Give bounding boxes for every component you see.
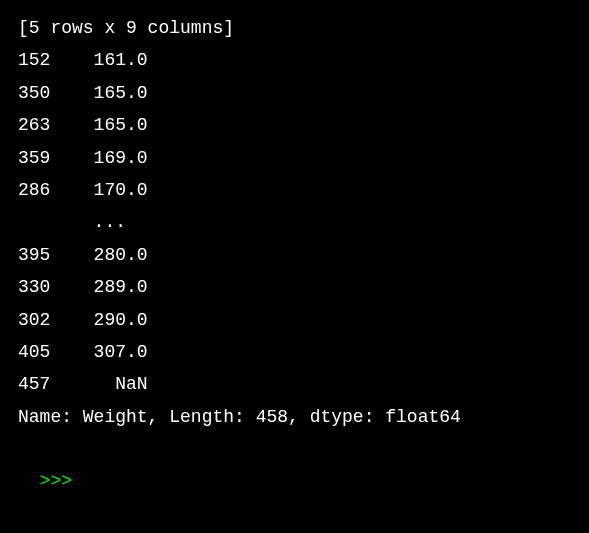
data-row: 152161.0 [18,44,571,76]
data-row: 350165.0 [18,77,571,109]
data-row: 302290.0 [18,304,571,336]
row-value: 165.0 [50,77,147,109]
row-index: 263 [18,109,50,141]
row-value: 170.0 [50,174,147,206]
data-row: 286170.0 [18,174,571,206]
data-row: 359169.0 [18,142,571,174]
row-value: 169.0 [50,142,147,174]
data-row: 330289.0 [18,271,571,303]
row-index: 350 [18,77,50,109]
row-index: 405 [18,336,50,368]
row-value: 280.0 [50,239,147,271]
row-index: 330 [18,271,50,303]
ellipsis-line: ... [18,206,571,238]
output-header: [5 rows x 9 columns] [18,12,571,44]
series-footer: Name: Weight, Length: 458, dtype: float6… [18,401,571,433]
row-value: NaN [50,368,147,400]
python-prompt: >>> [40,471,72,491]
data-row: 263165.0 [18,109,571,141]
row-index: 395 [18,239,50,271]
data-row: 457NaN [18,368,571,400]
row-value: 307.0 [50,336,147,368]
row-value: 290.0 [50,304,147,336]
row-value: 289.0 [50,271,147,303]
row-index: 286 [18,174,50,206]
row-index: 302 [18,304,50,336]
data-row: 405307.0 [18,336,571,368]
python-prompt-line[interactable]: >>> [18,433,571,498]
row-index: 152 [18,44,50,76]
row-value: 161.0 [50,44,147,76]
row-index: 359 [18,142,50,174]
data-row: 395280.0 [18,239,571,271]
row-value: 165.0 [50,109,147,141]
row-index: 457 [18,368,50,400]
